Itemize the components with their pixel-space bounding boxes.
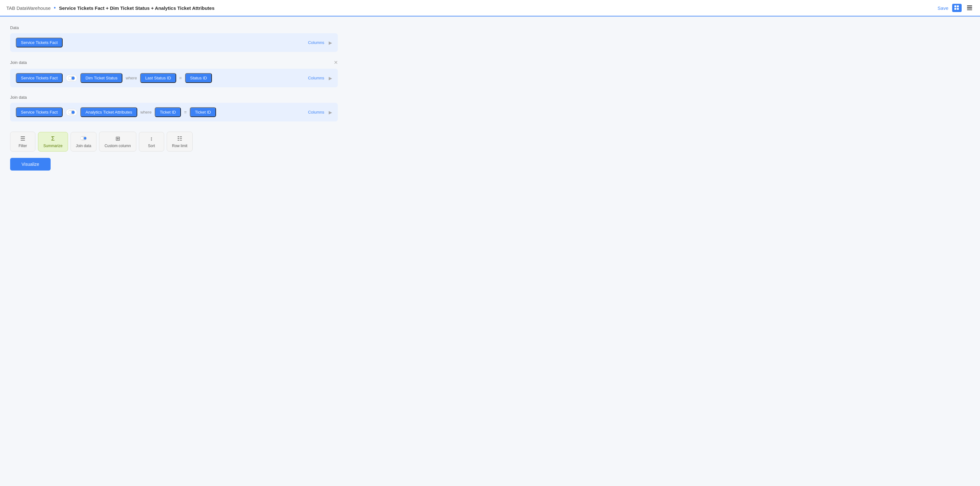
arrow-right-2: ▶ [329,76,332,81]
columns-link-2[interactable]: Columns [308,76,324,80]
svg-point-9 [68,76,72,80]
join1-right-table[interactable]: Dim Ticket Status [80,73,123,83]
join2-row-right: Columns ▶ [308,110,332,115]
join1-row-right: Columns ▶ [308,76,332,81]
join-data-label: Join data [76,143,91,148]
app-name: TAB DataWarehouse [6,5,51,11]
actions-row: ☰ Filter Σ Summarize Join data ⊞ Custom … [10,132,338,151]
summarize-label: Summarize [43,143,63,148]
svg-rect-4 [967,5,972,6]
join2-right-col[interactable]: Ticket ID [190,107,216,117]
sort-icon: ↕ [150,135,153,142]
svg-rect-0 [955,5,956,7]
custom-column-icon: ⊞ [115,135,120,142]
table-icon [967,5,972,11]
svg-point-10 [72,76,75,80]
join1-toggle[interactable] [66,75,77,81]
grid-view-button[interactable] [952,4,962,12]
join1-left-table[interactable]: Service Tickets Fact [16,73,63,83]
summarize-button[interactable]: Σ Summarize [38,132,68,151]
service-tickets-fact-tag[interactable]: Service Tickets Fact [16,38,63,48]
join-row-1: Service Tickets Fact Dim Ticket Status w… [10,69,338,87]
row-limit-button[interactable]: ☷ Row limit [167,132,193,151]
page-title: Service Tickets Fact + Dim Ticket Status… [59,5,215,11]
visualize-button[interactable]: Visualize [10,158,51,170]
join1-where: where [126,76,137,80]
filter-label: Filter [19,143,27,148]
data-row-left: Service Tickets Fact [16,38,63,48]
join-label-1: Join data [10,60,27,65]
header-dot: • [54,5,56,11]
join-label-2: Join data [10,95,27,100]
join-section-2: Join data Service Tickets Fact Analytics… [10,95,338,121]
columns-link-1[interactable]: Columns [308,40,324,45]
filter-icon: ☰ [20,135,25,142]
data-row-right: Columns ▶ [308,40,332,45]
summarize-icon: Σ [51,135,55,142]
svg-point-12 [68,111,72,114]
filter-button[interactable]: ☰ Filter [10,132,35,151]
data-section-label: Data [10,25,338,30]
join2-left-table[interactable]: Service Tickets Fact [16,107,63,117]
save-button[interactable]: Save [938,5,948,11]
svg-point-13 [72,111,75,114]
arrow-right-1: ▶ [329,40,332,45]
join1-left-col[interactable]: Last Status ID [140,73,176,83]
join2-toggle[interactable] [66,109,77,116]
join2-where: where [140,110,151,115]
columns-link-3[interactable]: Columns [308,110,324,115]
custom-column-button[interactable]: ⊞ Custom column [99,132,136,151]
custom-column-label: Custom column [104,143,130,148]
join-row-2: Service Tickets Fact Analytics Ticket At… [10,103,338,121]
close-icon-1[interactable]: ✕ [334,59,338,65]
header: TAB DataWarehouse • Service Tickets Fact… [0,0,980,16]
toggle-icon-svg [68,76,75,80]
header-right: Save [938,4,974,12]
svg-rect-6 [967,8,972,10]
data-row: Service Tickets Fact Columns ▶ [10,33,338,52]
join2-equals: = [184,110,187,115]
join-data-icon [80,135,87,142]
row-limit-label: Row limit [172,143,188,148]
join2-right-table[interactable]: Analytics Ticket Attributes [80,107,137,117]
arrow-right-3: ▶ [329,110,332,115]
svg-point-16 [84,137,86,140]
svg-rect-5 [967,7,972,8]
sort-button[interactable]: ↕ Sort [139,132,164,151]
join-header-1: Join data ✕ [10,59,338,65]
join-section-1: Join data ✕ Service Tickets Fact Dim Tic… [10,59,338,87]
svg-rect-2 [955,8,956,10]
header-left: TAB DataWarehouse • Service Tickets Fact… [6,5,215,11]
table-view-button[interactable] [966,4,974,12]
svg-rect-3 [957,8,959,10]
sort-label: Sort [148,143,155,148]
row-limit-icon: ☷ [177,135,182,142]
grid-icon [954,5,960,11]
main-content: Data Service Tickets Fact Columns ▶ Join… [0,16,348,179]
join-header-2: Join data [10,95,338,100]
join1-equals: = [179,76,182,81]
toggle-icon-svg-2 [68,110,75,115]
join2-left-col[interactable]: Ticket ID [155,107,181,117]
data-section: Data Service Tickets Fact Columns ▶ [10,25,338,52]
join-data-button[interactable]: Join data [70,132,97,151]
svg-rect-1 [957,5,959,7]
join1-right-col[interactable]: Status ID [185,73,212,83]
svg-point-15 [81,137,83,140]
